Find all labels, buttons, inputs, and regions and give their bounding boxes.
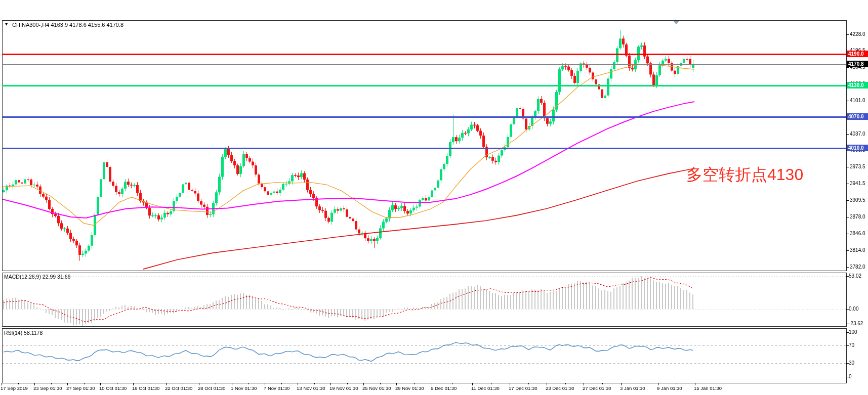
chart-canvas[interactable] xyxy=(0,0,868,395)
mt4-window: AT⇅ ▾ M1M5M15M30H1H4D1W1MN ▼ CHINA300-,H… xyxy=(0,0,868,395)
